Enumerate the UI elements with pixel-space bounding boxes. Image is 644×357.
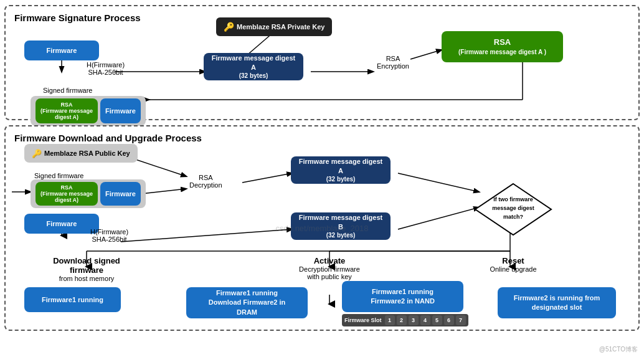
signed-fw-composite-top: RSA (Firmware message digest A) Firmware [31, 96, 146, 126]
svg-line-9 [242, 173, 292, 183]
signed-fw-label-top: Signed firmware [43, 86, 92, 95]
fw1-running-box: Firmware1 running [24, 287, 121, 312]
download-title-heading: Firmware Download and Upgrade Process [14, 133, 630, 143]
download-label: Download signed firmware from host memor… [43, 256, 130, 282]
signed-fw-label-bottom: Signed firmware [34, 171, 83, 180]
svg-text:match?: match? [503, 214, 523, 220]
decision-diamond: If two firmware message digest match? [473, 181, 554, 237]
rsa-dec-label: RSA Decryption [189, 174, 222, 189]
svg-line-4 [410, 50, 442, 59]
fw2-running-box: Firmware2 is running from designated slo… [498, 287, 616, 318]
signed-fw-composite-bottom: RSA (Firmware message digest A) Firmware [31, 179, 146, 208]
digest-a-box-top: Firmware message digest A (32 bytes) [204, 53, 303, 80]
fw1-download-box: Firmware1 running Download Firmware2 in … [186, 287, 308, 318]
reset-label: Reset Online upgrade [473, 256, 554, 273]
firmware-box-bottom: Firmware [24, 214, 99, 234]
svg-line-12 [398, 173, 479, 192]
activate-label: Activate Decryption firmware with public… [261, 256, 398, 280]
svg-line-11 [121, 229, 292, 242]
public-key-box: 🔑 Memblaze RSA Public Key [24, 144, 138, 163]
digest-b-box-bottom: Firmware message digest B (32 bytes) [291, 212, 391, 240]
digest-a-box-bottom: Firmware message digest A (32 bytes) [291, 156, 391, 184]
fw1-nand-box: Firmware1 running Firmware2 in NAND Firm… [342, 281, 468, 326]
svg-line-13 [398, 207, 479, 229]
rsa-result-box: RSA (Firmware message digest A ) [442, 31, 563, 62]
firmware-box-top: Firmware [24, 40, 99, 60]
signature-process-section: Firmware Signature Process [4, 5, 640, 120]
hash-label-top: H(Firmware) SHA-256bit [87, 61, 125, 76]
footer-watermark: @51CTO博客 [599, 345, 638, 354]
svg-text:If two firmware: If two firmware [493, 196, 533, 202]
svg-line-7 [130, 158, 186, 176]
private-key-box: 🔑 Memblaze RSA Private Key [216, 17, 332, 36]
rsa-enc-label: RSA Encryption [377, 55, 409, 70]
svg-text:message digest: message digest [492, 205, 534, 211]
download-process-section: Firmware Download and Upgrade Process [4, 125, 640, 331]
hash-label-bottom: H(Firmware) SHA-256bit [90, 228, 128, 243]
